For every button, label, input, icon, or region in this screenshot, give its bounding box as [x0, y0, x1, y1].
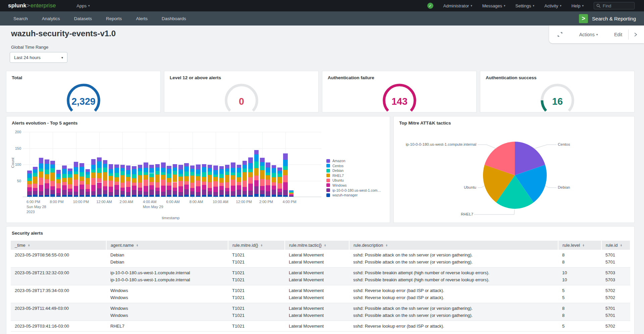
stacked-bar[interactable] [50, 161, 55, 197]
table-cell[interactable]: sshd: Reverse lookup error (bad ISP or a… [349, 321, 558, 332]
edit-button[interactable]: Edit [614, 32, 622, 37]
sort-icon[interactable]: ▲▼ [261, 244, 263, 247]
table-cell[interactable]: 55 [558, 285, 601, 303]
table-header-cell[interactable]: _time▲▼ [11, 241, 106, 250]
find-input[interactable] [603, 3, 632, 8]
table-cell[interactable]: Lateral MovementLateral Movement [285, 268, 349, 285]
table-cell[interactable]: 57025702 [601, 285, 630, 303]
stacked-bar[interactable] [219, 166, 224, 197]
table-cell[interactable]: T1021 [228, 321, 285, 332]
table-cell[interactable]: sshd: Possible attack on the ssh server … [349, 303, 558, 321]
stacked-bar[interactable] [149, 165, 154, 197]
actions-button[interactable]: Actions ▾ [579, 32, 598, 37]
stacked-bar[interactable] [178, 165, 183, 197]
time-range-dropdown[interactable]: Last 24 hours ▾ [10, 52, 67, 63]
nav-item-analytics[interactable]: Analytics [35, 16, 67, 21]
help-menu[interactable]: Help ▾ [572, 3, 584, 8]
radial-gauge[interactable]: 0 [216, 81, 267, 112]
table-header-cell[interactable]: rule.level▲▼ [558, 241, 601, 250]
table-row[interactable]: 2023-05-29T03:41:16-03:00RHEL7T1021Later… [11, 321, 630, 332]
fullscreen-icon[interactable] [557, 32, 563, 37]
sort-icon[interactable]: ▲▼ [28, 244, 30, 247]
table-header-cell[interactable]: agent.name▲▼ [106, 241, 228, 250]
stacked-bar[interactable] [114, 164, 119, 197]
table-cell[interactable]: RHEL7 [106, 321, 228, 332]
stacked-bar[interactable] [231, 162, 235, 197]
sort-icon[interactable]: ▲▼ [620, 244, 622, 247]
table-cell[interactable]: 1010 [558, 268, 601, 285]
sort-icon[interactable]: ▲▼ [136, 244, 139, 247]
table-cell[interactable]: 2023-05-28T17:35:34-03:00 [11, 285, 106, 303]
stacked-bar[interactable] [161, 162, 166, 197]
apps-menu[interactable]: Apps ▾ [76, 3, 90, 8]
table-row[interactable]: 2023-05-28T21:32:32-03:00 ip-10-0-0-180.… [11, 268, 630, 285]
table-cell[interactable]: T1021T1021 [228, 250, 285, 268]
stacked-bar[interactable] [289, 190, 294, 197]
stacked-bar[interactable] [79, 163, 84, 197]
table-cell[interactable]: 57015701 [601, 250, 630, 268]
nav-item-alerts[interactable]: Alerts [129, 16, 155, 21]
table-cell[interactable]: T1021T1021 [228, 303, 285, 321]
stacked-bar[interactable] [190, 165, 195, 197]
table-cell[interactable]: 2023-05-29T03:41:16-03:00 [11, 321, 106, 332]
table-header-cell[interactable]: rule.id▲▼ [601, 241, 630, 250]
stacked-bar[interactable] [86, 169, 90, 197]
table-cell[interactable]: ip-10-0-0-180.us-west-1.compute.internal… [106, 268, 228, 285]
table-header-cell[interactable]: rule.mitre.id{}▲▼ [228, 241, 285, 250]
stacked-bar[interactable] [213, 165, 218, 197]
radial-gauge[interactable]: 143 [374, 81, 425, 112]
stacked-bar[interactable] [62, 165, 67, 197]
nav-item-datasets[interactable]: Datasets [67, 16, 99, 21]
search-reporting-app-icon[interactable]: > [579, 14, 588, 23]
sort-icon[interactable]: ▲▼ [324, 244, 326, 247]
stacked-bar[interactable] [56, 170, 61, 197]
table-cell[interactable]: T1021T1021 [228, 268, 285, 285]
stacked-bar[interactable] [254, 150, 259, 197]
stacked-bar[interactable] [167, 166, 171, 197]
splunk-logo[interactable]: splunk > enterprise [8, 2, 56, 9]
table-cell[interactable]: 5702 [601, 321, 630, 332]
table-cell[interactable]: 57035703 [601, 268, 630, 285]
stacked-bar[interactable] [74, 162, 78, 197]
table-row[interactable]: 2023-05-28T17:35:34-03:00 WindowsWindows… [11, 285, 630, 303]
table-row[interactable]: 2023-05-29T08:56:55-03:00 DebianDebianT1… [11, 250, 630, 268]
legend-item[interactable]: ip-10-0-0-180.us-west-1.compute.in... [326, 188, 383, 192]
table-cell[interactable]: sshd: Reverse lookup error (bad ISP or a… [349, 285, 558, 303]
table-cell[interactable]: 2023-05-29T11:44:49-03:00 [11, 303, 106, 321]
activity-menu[interactable]: Activity ▾ [544, 3, 561, 8]
stacked-bar[interactable] [266, 162, 270, 197]
stacked-bar[interactable] [208, 165, 212, 197]
stacked-bar[interactable] [33, 167, 38, 197]
table-cell[interactable]: 57015701 [601, 303, 630, 321]
stacked-bar[interactable] [283, 153, 288, 197]
collapse-chevron-icon[interactable] [633, 32, 638, 37]
table-cell[interactable]: Lateral MovementLateral Movement [285, 285, 349, 303]
stacked-bar[interactable] [144, 162, 148, 197]
stacked-bar[interactable] [237, 165, 241, 197]
legend-item[interactable]: Windows [326, 183, 383, 187]
stacked-bar[interactable] [277, 168, 282, 197]
stacked-bar[interactable] [202, 164, 207, 197]
table-header-cell[interactable]: rule.mitre.tactic{}▲▼ [285, 241, 349, 250]
table-cell[interactable]: WindowsWindows [106, 303, 228, 321]
table-cell[interactable]: T1021T1021 [228, 285, 285, 303]
find-search-box[interactable] [594, 2, 635, 9]
table-cell[interactable]: sshd: Possible breakin attempt (high num… [349, 268, 558, 285]
table-cell[interactable]: Lateral MovementLateral Movement [285, 250, 349, 268]
nav-item-search[interactable]: Search [0, 16, 35, 21]
table-row[interactable]: 2023-05-29T11:44:49-03:00 WindowsWindows… [11, 303, 630, 321]
table-cell[interactable]: sshd: Possible attack on the ssh server … [349, 250, 558, 268]
table-cell[interactable]: 88 [558, 250, 601, 268]
legend-item[interactable]: RHEL7 [326, 174, 383, 178]
table-cell[interactable]: WindowsWindows [106, 285, 228, 303]
table-header-cell[interactable]: rule.description▲▼ [349, 241, 558, 250]
stacked-bar[interactable] [120, 165, 125, 197]
administrator-menu[interactable]: Administrator ▾ [443, 3, 472, 8]
stacked-bar[interactable] [272, 165, 276, 197]
table-cell[interactable]: 2023-05-28T21:32:32-03:00 [11, 268, 106, 285]
radial-gauge[interactable]: 2,329 [58, 81, 109, 112]
stacked-bar[interactable] [260, 158, 265, 197]
stacked-bar[interactable] [243, 161, 247, 197]
stacked-bar[interactable] [109, 164, 113, 197]
table-cell[interactable]: Lateral MovementLateral Movement [285, 303, 349, 321]
